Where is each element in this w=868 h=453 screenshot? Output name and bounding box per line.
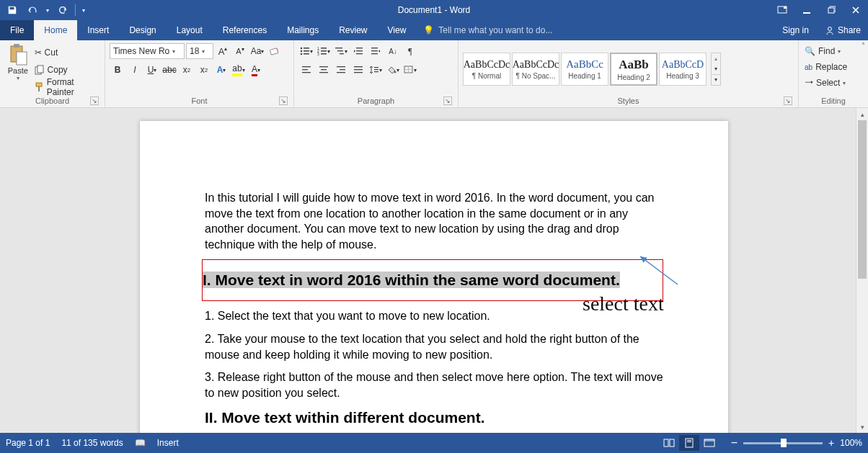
multilevel-list-button[interactable]: ▾ [333,43,349,59]
save-button[interactable] [3,1,22,19]
scroll-down-arrow[interactable]: ▾ [856,421,868,433]
zoom-in-button[interactable]: + [828,437,834,449]
collapse-ribbon-button[interactable]: ˄ [862,42,865,50]
grow-font-button[interactable]: A▴ [215,43,231,59]
font-color-button[interactable]: A▾ [248,62,264,78]
italic-button[interactable]: I [127,62,143,78]
zoom-slider-thumb[interactable] [781,439,787,447]
bullets-button[interactable]: ▾ [298,43,314,59]
restore-button[interactable] [819,0,843,20]
borders-button[interactable]: ▾ [402,62,418,78]
tab-references[interactable]: References [213,20,277,40]
zoom-level[interactable]: 100% [840,438,862,448]
eraser-icon [269,46,280,56]
shrink-font-button[interactable]: A▾ [232,43,248,59]
vertical-scrollbar[interactable]: ▴ ▾ [856,108,868,433]
paragraph-dialog-launcher[interactable]: ↘ [443,97,452,105]
scrollbar-thumb[interactable] [858,120,867,279]
numbering-button[interactable]: 123▾ [316,43,332,59]
document-page[interactable]: In this tutorial I will guide how to mov… [140,121,728,433]
highlight-button[interactable]: ab▾ [231,62,247,78]
paste-button[interactable]: Paste ▾ [4,43,32,81]
web-layout-button[interactable] [699,435,719,451]
cut-button[interactable]: ✂ Cut [35,45,100,60]
tell-me-search[interactable]: 💡 Tell me what you want to do... [416,20,552,40]
tab-review[interactable]: Review [329,20,377,40]
share-button[interactable]: Share [818,20,868,40]
strikethrough-button[interactable]: abc [161,62,177,78]
zoom-controls: − + 100% [731,436,862,449]
undo-dropdown[interactable]: ▾ [43,1,52,19]
find-button[interactable]: 🔍 Find ▾ [803,43,842,59]
style-tile-heading-2[interactable]: AaBbHeading 2 [610,53,657,86]
status-proofing-icon[interactable]: 📖 [135,438,146,448]
font-size-value: 18 [190,46,199,56]
sign-in-link[interactable]: Sign in [774,20,818,40]
replace-button[interactable]: ab Replace [803,59,849,75]
clipboard-dialog-launcher[interactable]: ↘ [90,97,99,105]
document-scroll[interactable]: In this tutorial I will guide how to mov… [0,108,868,433]
svg-rect-60 [704,439,714,441]
decrease-indent-button[interactable] [350,43,366,59]
tab-home[interactable]: Home [34,20,77,40]
zoom-slider[interactable] [743,442,823,444]
superscript-button[interactable]: x2 [196,62,212,78]
doc-step-1[interactable]: 1. Select the text that you want to move… [205,308,663,324]
file-tab[interactable]: File [0,20,34,40]
font-size-combo[interactable]: 18▾ [186,43,213,59]
doc-intro[interactable]: In this tutorial I will guide how to mov… [205,190,663,252]
redo-button[interactable] [53,1,72,19]
increase-indent-button[interactable] [368,43,384,59]
doc-heading-1[interactable]: I. Move text in word 2016 within the sam… [203,272,620,288]
tab-view[interactable]: View [378,20,417,40]
justify-button[interactable] [350,62,366,78]
style-tile--no-spac-[interactable]: AaBbCcDc¶ No Spac... [512,53,559,86]
zoom-out-button[interactable]: − [731,436,738,449]
copy-button[interactable]: Copy [35,62,100,78]
print-layout-button[interactable] [679,435,699,451]
show-hide-button[interactable]: ¶ [402,43,418,59]
styles-dialog-launcher[interactable]: ↘ [784,97,792,105]
status-mode[interactable]: Insert [157,438,179,448]
undo-button[interactable] [23,1,42,19]
format-painter-button[interactable]: Format Painter [35,79,100,95]
style-tile-heading-1[interactable]: AaBbCcHeading 1 [561,53,608,86]
tab-layout[interactable]: Layout [167,20,213,40]
read-mode-button[interactable] [659,435,679,451]
close-button[interactable] [843,0,868,20]
change-case-button[interactable]: Aa▾ [249,43,265,59]
tab-mailings[interactable]: Mailings [277,20,329,40]
underline-button[interactable]: U▾ [144,62,160,78]
styles-gallery[interactable]: AaBbCcDc¶ NormalAaBbCcDc¶ No Spac...AaBb… [463,53,708,86]
svg-rect-35 [302,69,308,70]
minimize-button[interactable] [794,0,819,20]
bold-button[interactable]: B [110,62,125,78]
font-dialog-launcher[interactable]: ↘ [279,97,288,105]
font-name-combo[interactable]: Times New Ro▾ [110,43,185,59]
quick-access-customize[interactable]: ▾ [79,1,89,19]
align-center-button[interactable] [316,62,332,78]
sort-button[interactable]: A↓ [385,43,401,59]
tab-insert[interactable]: Insert [77,20,119,40]
style-tile--normal[interactable]: AaBbCcDc¶ Normal [463,53,510,86]
scroll-up-arrow[interactable]: ▴ [856,108,868,120]
ribbon-display-options[interactable] [770,0,794,20]
status-word-count[interactable]: 11 of 135 words [61,438,123,448]
align-left-button[interactable] [298,62,314,78]
bullets-icon [300,47,310,55]
clear-formatting-button[interactable] [267,43,283,59]
doc-step-3[interactable]: 3. Release right button of the mouse and… [205,369,663,400]
select-button[interactable]: ⭢ Select ▾ [803,75,847,91]
subscript-button[interactable]: x2 [179,62,195,78]
doc-heading-2[interactable]: II. Move text within different document. [205,409,663,426]
styles-gallery-scroller[interactable]: ▴ ▾ ▾ [711,53,721,86]
text-effects-button[interactable]: A▾ [213,62,229,78]
align-right-button[interactable] [333,62,349,78]
style-tile-heading-3[interactable]: AaBbCcDHeading 3 [659,53,707,86]
svg-rect-39 [319,72,328,73]
tab-design[interactable]: Design [119,20,166,40]
shading-button[interactable]: ▾ [385,62,401,78]
status-page[interactable]: Page 1 of 1 [6,438,50,448]
doc-step-2[interactable]: 2. Take your mouse to the text location … [205,331,663,362]
line-spacing-button[interactable]: ▾ [368,62,384,78]
